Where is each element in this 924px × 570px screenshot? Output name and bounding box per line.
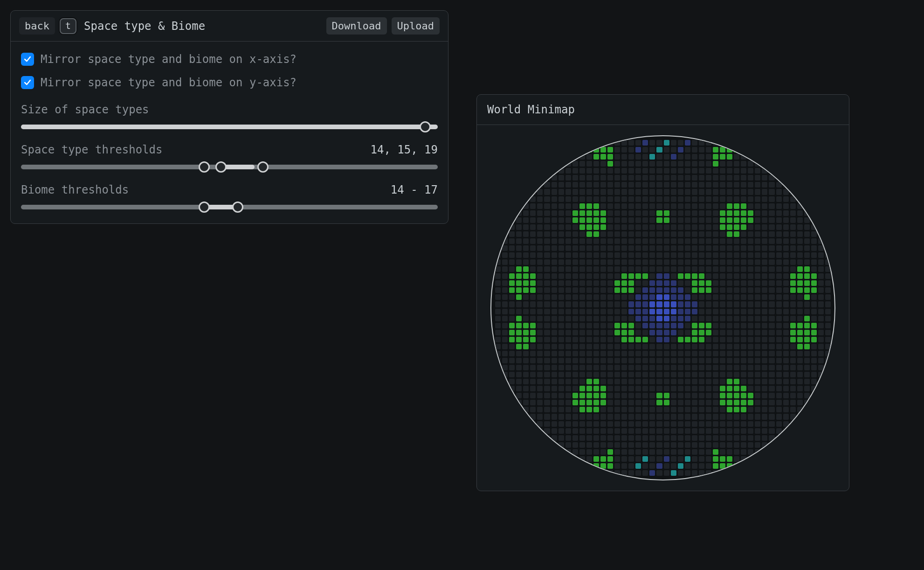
biome-thresholds-track[interactable] — [21, 205, 438, 209]
size-slider-thumb[interactable] — [420, 121, 431, 132]
mirror-x-checkbox[interactable] — [21, 53, 34, 66]
biome-thresholds-value: 14 - 17 — [391, 183, 438, 196]
shortcut-key-button[interactable]: t — [60, 18, 76, 34]
biome-thresholds-thumb-2[interactable] — [232, 202, 243, 213]
biome-thresholds-label: Biome thresholds — [21, 183, 129, 196]
biome-thresholds-thumb-1[interactable] — [199, 202, 210, 213]
space-thresholds-thumb-3[interactable] — [257, 161, 269, 173]
world-minimap — [490, 135, 835, 480]
space-thresholds-track[interactable] — [21, 165, 438, 169]
mirror-y-checkbox[interactable] — [21, 76, 34, 89]
size-slider-label: Size of space types — [21, 103, 149, 116]
space-thresholds-thumb-2[interactable] — [215, 161, 227, 173]
config-body: Mirror space type and biome on x-axis? M… — [11, 42, 448, 223]
mirror-x-label: Mirror space type and biome on x-axis? — [41, 53, 297, 66]
mirror-y-row: Mirror space type and biome on y-axis? — [21, 76, 438, 89]
check-icon — [23, 78, 32, 87]
minimap-panel: World Minimap — [476, 94, 849, 491]
config-header: back t Space type & Biome Download Uploa… — [11, 11, 448, 42]
space-thresholds-block: Space type thresholds 14, 15, 19 — [21, 143, 438, 169]
download-button[interactable]: Download — [326, 17, 387, 35]
config-panel: back t Space type & Biome Download Uploa… — [10, 10, 448, 224]
biome-thresholds-block: Biome thresholds 14 - 17 — [21, 183, 438, 209]
upload-button[interactable]: Upload — [392, 17, 440, 35]
size-slider-track[interactable] — [21, 125, 438, 129]
back-button[interactable]: back — [19, 17, 55, 35]
space-thresholds-value: 14, 15, 19 — [371, 143, 438, 156]
minimap-body — [477, 125, 849, 491]
panel-title: Space type & Biome — [84, 20, 205, 33]
space-thresholds-label: Space type thresholds — [21, 143, 162, 156]
check-icon — [23, 55, 32, 64]
space-thresholds-thumb-1[interactable] — [199, 161, 210, 173]
mirror-y-label: Mirror space type and biome on y-axis? — [41, 76, 297, 89]
mirror-x-row: Mirror space type and biome on x-axis? — [21, 53, 438, 66]
size-slider-block: Size of space types — [21, 103, 438, 129]
minimap-title: World Minimap — [477, 95, 849, 125]
